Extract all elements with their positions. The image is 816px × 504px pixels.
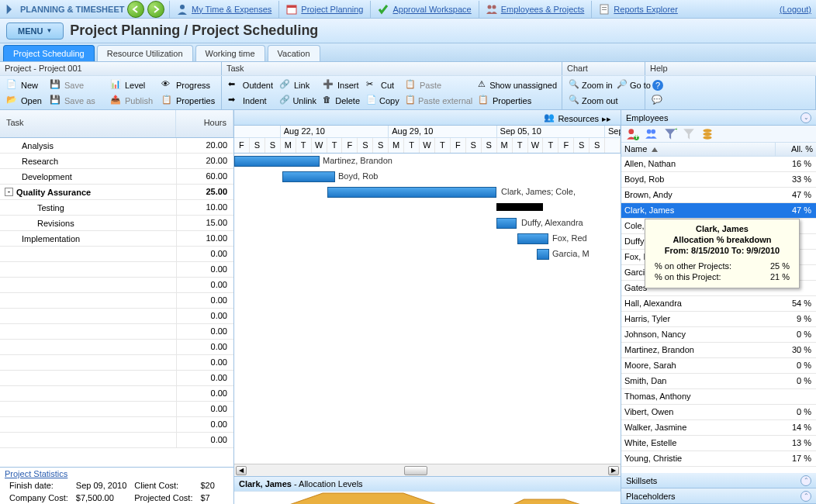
progress-button[interactable]: 👁Progress bbox=[158, 78, 219, 93]
nav-reports[interactable]: Reports Explorer bbox=[591, 1, 684, 18]
menu-button[interactable]: MENU▼ bbox=[6, 22, 64, 40]
task-row[interactable]: Revisions15.00 bbox=[0, 216, 233, 231]
gantt-row[interactable]: Boyd, Rob bbox=[234, 169, 621, 185]
link-button[interactable]: 🔗Link bbox=[276, 78, 320, 93]
employee-row[interactable]: Smith, Dan0 % bbox=[621, 374, 816, 389]
open-button[interactable]: 📂Open bbox=[3, 93, 47, 109]
employee-row[interactable]: Moore, Sarah0 % bbox=[621, 358, 816, 374]
nav-planning[interactable]: Project Planning bbox=[278, 1, 369, 18]
resource-settings-button[interactable] bbox=[700, 127, 714, 141]
task-row[interactable]: 0.00 bbox=[0, 247, 233, 262]
col-alloc[interactable]: All. % bbox=[776, 143, 816, 156]
gantt-row[interactable]: Clark, James; Cole, bbox=[234, 185, 621, 200]
task-row[interactable]: 0.00 bbox=[0, 355, 233, 371]
gantt-row[interactable] bbox=[234, 324, 621, 340]
col-name[interactable]: Name bbox=[621, 143, 776, 156]
gantt-row[interactable]: Fox, Red bbox=[234, 231, 621, 247]
stats-title[interactable]: Project Statistics bbox=[5, 469, 67, 478]
employee-row[interactable]: Vibert, Owen0 % bbox=[621, 405, 816, 420]
gantt-row[interactable] bbox=[234, 200, 621, 216]
level-button[interactable]: 📊Level bbox=[107, 78, 158, 93]
task-row[interactable]: 0.00 bbox=[0, 340, 233, 355]
task-grid-body[interactable]: Analysis20.00Research20.00Development60.… bbox=[0, 138, 233, 467]
gantt-bar[interactable] bbox=[517, 233, 548, 244]
task-row[interactable]: 0.00 bbox=[0, 309, 233, 324]
gantt-row[interactable] bbox=[234, 402, 621, 417]
task-row[interactable]: 0.00 bbox=[0, 278, 233, 293]
show-unassigned-button[interactable]: ⚠Show unassigned bbox=[475, 78, 560, 93]
task-row[interactable]: 0.00 bbox=[0, 262, 233, 278]
task-row[interactable]: Testing10.00 bbox=[0, 200, 233, 216]
employee-row[interactable]: Brown, Andy47 % bbox=[621, 188, 816, 203]
task-row[interactable]: 0.00 bbox=[0, 402, 233, 417]
filter-add-button[interactable]: + bbox=[663, 127, 677, 141]
employee-row[interactable]: Walker, Jasmine14 % bbox=[621, 420, 816, 436]
task-row[interactable]: 0.00 bbox=[0, 417, 233, 433]
gantt-bar[interactable] bbox=[537, 249, 549, 260]
allocation-header[interactable]: Clark, James - Allocation Levels bbox=[234, 477, 621, 492]
tab-vacation[interactable]: Vacation bbox=[268, 45, 320, 61]
employee-row[interactable]: Young, Christie17 % bbox=[621, 451, 816, 467]
insert-button[interactable]: ➕Insert bbox=[320, 78, 363, 93]
employee-row[interactable]: White, Estelle13 % bbox=[621, 436, 816, 451]
gantt-row[interactable]: Garcia, M bbox=[234, 247, 621, 262]
tab-utilization[interactable]: Resource Utilization bbox=[97, 45, 193, 61]
tab-workingtime[interactable]: Working time bbox=[195, 45, 265, 61]
task-row[interactable]: 0.00 bbox=[0, 371, 233, 386]
help-button[interactable]: ? bbox=[648, 78, 667, 93]
gantt-row[interactable] bbox=[234, 417, 621, 433]
employees-grid-body[interactable]: Allen, Nathan16 %Boyd, Rob33 %Brown, And… bbox=[621, 157, 816, 473]
employee-row[interactable]: Clark, James47 % bbox=[621, 203, 816, 219]
gantt-row[interactable] bbox=[234, 262, 621, 278]
task-row[interactable]: Analysis20.00 bbox=[0, 138, 233, 154]
gantt-row[interactable] bbox=[234, 355, 621, 371]
gantt-summary-bar[interactable] bbox=[496, 203, 543, 211]
employee-row[interactable]: Allen, Nathan16 % bbox=[621, 157, 816, 172]
add-group-button[interactable] bbox=[645, 127, 659, 141]
gantt-row[interactable] bbox=[234, 278, 621, 293]
back-button[interactable] bbox=[127, 1, 144, 18]
nav-approval[interactable]: Approval Workspace bbox=[370, 1, 477, 18]
expand-icon[interactable]: ⌃ bbox=[800, 475, 811, 486]
task-row[interactable]: Research20.00 bbox=[0, 154, 233, 169]
placeholders-header[interactable]: Placeholders⌃ bbox=[621, 488, 816, 504]
gantt-bar[interactable] bbox=[496, 218, 517, 229]
task-row[interactable]: Implementation10.00 bbox=[0, 231, 233, 247]
filter-clear-button[interactable] bbox=[682, 127, 696, 141]
task-row[interactable]: 0.00 bbox=[0, 433, 233, 448]
indent-button[interactable]: ➡Indent bbox=[225, 93, 276, 109]
gantt-body[interactable]: Martinez, BrandonBoyd, RobClark, James; … bbox=[234, 154, 621, 464]
employee-row[interactable]: Harris, Tyler9 % bbox=[621, 312, 816, 327]
task-row[interactable]: -Quality Assurance25.00 bbox=[0, 185, 233, 200]
add-employee-button[interactable]: + bbox=[626, 127, 640, 141]
gantt-row[interactable] bbox=[234, 448, 621, 464]
gantt-bar[interactable] bbox=[282, 171, 335, 182]
goto-button[interactable]: 🔎Go to bbox=[614, 78, 648, 93]
gantt-row[interactable] bbox=[234, 309, 621, 324]
employee-row[interactable]: Johnson, Nancy0 % bbox=[621, 327, 816, 343]
task-properties-button[interactable]: 📋Properties bbox=[475, 93, 560, 109]
scroll-thumb[interactable] bbox=[404, 466, 427, 475]
task-row[interactable]: Development60.00 bbox=[0, 169, 233, 185]
gantt-row[interactable] bbox=[234, 386, 621, 402]
cut-button[interactable]: ✂Cut bbox=[363, 78, 402, 93]
copy-button[interactable]: 📄Copy bbox=[363, 93, 402, 109]
task-row[interactable]: 0.00 bbox=[0, 324, 233, 340]
zoomin-button[interactable]: 🔍Zoom in bbox=[565, 78, 614, 93]
col-task[interactable]: Task bbox=[0, 110, 176, 137]
employee-row[interactable]: Boyd, Rob33 % bbox=[621, 172, 816, 188]
nav-employees[interactable]: Employees & Projects bbox=[479, 1, 591, 18]
expand-icon[interactable]: ⌃ bbox=[800, 491, 811, 502]
nav-mytime[interactable]: My Time & Expenses bbox=[169, 1, 278, 18]
gantt-row[interactable] bbox=[234, 371, 621, 386]
col-hours[interactable]: Hours bbox=[176, 110, 233, 137]
employee-row[interactable]: Thomas, Anthony bbox=[621, 389, 816, 405]
gantt-row[interactable] bbox=[234, 433, 621, 448]
collapse-icon[interactable]: ⌄ bbox=[800, 112, 811, 123]
new-button[interactable]: 📄New bbox=[3, 78, 47, 93]
properties-button[interactable]: 📋Properties bbox=[158, 93, 219, 109]
feedback-button[interactable]: 💬 bbox=[648, 93, 667, 109]
outdent-button[interactable]: ⬅Outdent bbox=[225, 78, 276, 93]
unlink-button[interactable]: 🔗Unlink bbox=[276, 93, 320, 109]
forward-button[interactable] bbox=[147, 1, 164, 18]
